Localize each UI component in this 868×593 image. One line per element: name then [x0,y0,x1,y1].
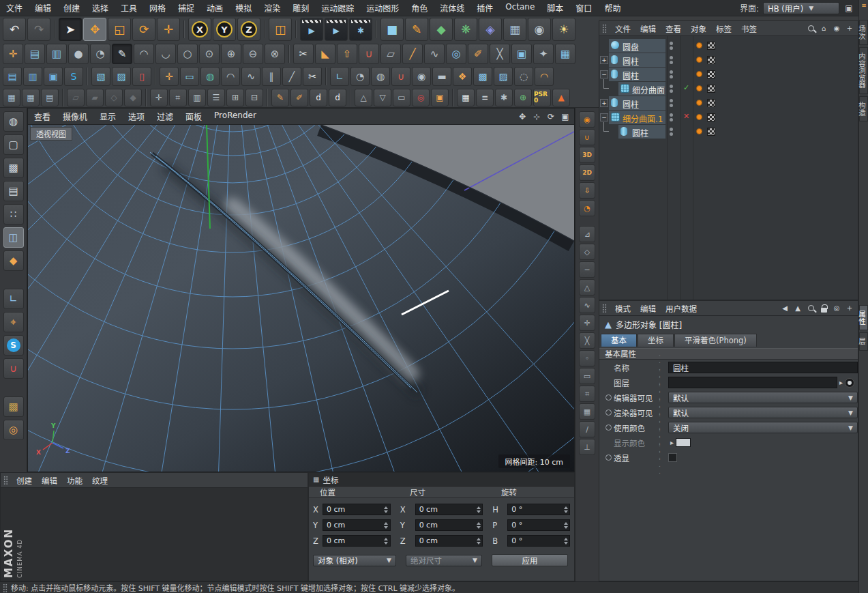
phong-tag-icon[interactable] [696,100,702,106]
dock-tab-3[interactable]: 构造 [859,96,868,121]
editor-visibility-dot[interactable] [670,128,673,131]
circle-icon[interactable]: ◍ [200,67,220,86]
object-row-7[interactable]: 圆柱 [599,125,858,139]
size-x-input[interactable]: 0 cm [415,504,483,515]
annotation-icon[interactable]: ▥ [23,67,42,86]
select-5[interactable]: 关闭▼ [668,422,858,433]
editor-visibility-dot[interactable] [670,70,673,74]
render-view-icon[interactable]: ▶ [300,18,323,41]
environment-icon[interactable]: ▦ [503,18,526,41]
dock-tab-1[interactable]: 场次 [859,20,868,45]
scale-snap-icon[interactable]: ⊿ [579,226,595,242]
draw-d1-icon[interactable]: d [310,89,327,106]
axis-center-icon[interactable]: ∟ [330,67,349,86]
palette-icon[interactable]: ❖ [453,67,472,86]
main-menu-item-7[interactable]: 捕捉 [172,0,200,16]
target-icon[interactable]: ◎ [412,89,430,106]
grid-point-snap-icon[interactable]: ⌗ [579,386,595,402]
dock-tab-bottom-2[interactable]: 层 [859,332,868,351]
close-hole-icon[interactable]: ▣ [511,44,532,64]
main-menu-item-19[interactable]: 窗口 [569,0,598,16]
helix-icon[interactable]: ∿ [241,67,260,86]
texture-tag-icon[interactable] [707,99,715,107]
tab-coordinates[interactable]: 坐标 [638,334,674,347]
edge-snap-icon[interactable]: ─ [579,261,595,278]
keyframe-dot-icon[interactable] [605,394,612,401]
panel-grip-handle[interactable] [3,476,8,484]
delete-icon[interactable]: ▯ [132,67,151,86]
viewport-3d-view[interactable]: X Y Z 透视视图 网格间距: 10 cm [28,125,574,472]
visibility-dots[interactable] [670,70,673,79]
move-axis-icon[interactable]: ✛ [160,67,179,86]
lock-x-axis-icon[interactable]: X [188,18,211,41]
object-manager-menu-item-3[interactable]: 查看 [661,21,686,36]
render-settings-icon[interactable]: ✱ [349,18,372,41]
grid-plane-icon[interactable]: ▤ [41,89,59,106]
phong-tag-icon[interactable] [696,57,702,63]
material-manager-menu-item-4[interactable]: 纹理 [87,473,113,488]
rotate-tool-icon[interactable]: ⟳ [132,18,155,41]
layer-browser-icon[interactable] [845,378,854,388]
material-list-area[interactable]: MAXON CINEMA 4D [1,488,308,581]
viewport-menu-item-5[interactable]: 过滤 [151,108,179,125]
position-x-input[interactable]: 0 cm [323,504,391,515]
poly-island-icon[interactable]: ▽ [374,89,391,106]
main-menu-item-13[interactable]: 运动图形 [360,0,405,16]
magnet-2-icon[interactable]: ∪ [391,67,410,86]
tab-phong[interactable]: 平滑着色(Phong) [674,334,757,347]
render-visibility-dot[interactable] [670,61,673,64]
spline-subtract-icon[interactable]: ⊖ [243,44,263,64]
texture-tag-icon[interactable] [707,56,715,64]
home-icon[interactable]: ⌂ [819,24,828,33]
phong-tag-icon[interactable] [696,114,702,120]
collapse-icon[interactable]: − [600,70,608,78]
viewport-menu-item-6[interactable]: 面板 [179,108,208,125]
quantize-icon[interactable]: ◔ [579,200,595,216]
keyframe-dot-icon[interactable] [605,454,612,461]
main-menu-item-11[interactable]: 雕刻 [286,0,315,16]
display-color-swatch[interactable] [676,438,691,447]
expand-icon[interactable]: + [600,56,608,64]
object-row-3[interactable]: −圆柱 [599,68,858,81]
interface-select[interactable]: HB (用户) ▼ [763,2,839,14]
warning-icon[interactable]: ▲ [552,89,570,106]
array-icon[interactable]: ▤ [25,44,45,64]
main-menu-item-3[interactable]: 创建 [57,0,86,16]
search-icon[interactable] [806,24,815,33]
modeling-settings-icon[interactable]: ✛ [3,44,23,64]
mesh-check-icon[interactable]: ▦ [555,44,575,64]
bevel-icon[interactable]: ◣ [315,44,335,64]
toggle-layout-icon[interactable]: ▣ [559,111,571,123]
workplane-lock-icon[interactable]: ▩ [3,396,24,417]
object-label[interactable]: 圆柱 [623,55,639,67]
polygon-snap-icon[interactable]: △ [579,279,595,295]
history-up-icon[interactable]: ▲ [793,304,803,313]
xray-checkbox[interactable] [668,453,677,462]
texture-tag-icon[interactable] [707,70,715,78]
lock-icon[interactable] [819,304,828,313]
step-down-icon[interactable] [384,526,388,529]
poly-group-icon[interactable]: △ [355,89,372,106]
main-menu-item-15[interactable]: 流体线 [434,0,470,16]
rotation-p-input[interactable]: 0 ° [507,519,570,531]
render-visibility-dot[interactable] [670,132,673,136]
step-down-icon[interactable] [384,542,388,545]
object-row-5[interactable]: +圆柱 [599,96,858,110]
stepper-arrows[interactable] [563,506,569,513]
add-green-icon[interactable]: ⊕ [514,89,532,106]
camera-icon[interactable]: ◉ [528,18,551,41]
layout-lock-icon[interactable]: ▣ [843,3,854,14]
main-menu-item-12[interactable]: 运动跟踪 [315,0,360,16]
stepper-arrows[interactable] [475,538,482,545]
polygon-pen-icon[interactable]: ✐ [468,44,488,64]
step-up-icon[interactable] [384,506,388,509]
editor-visibility-dot[interactable] [670,99,673,102]
render-visibility-dot[interactable] [670,46,673,50]
eye-icon[interactable]: ◉ [832,24,841,33]
guide-snap-icon[interactable]: ∕ [579,421,595,437]
select-3[interactable]: 默认▼ [668,392,858,403]
attribute-manager-menu-item-3[interactable]: 用户数据 [661,301,702,316]
stepper-arrows[interactable] [383,506,390,513]
live-selection-icon[interactable]: ➤ [59,18,82,41]
coordinate-mode-select[interactable]: 对象 (相对) ▼ [313,555,396,566]
